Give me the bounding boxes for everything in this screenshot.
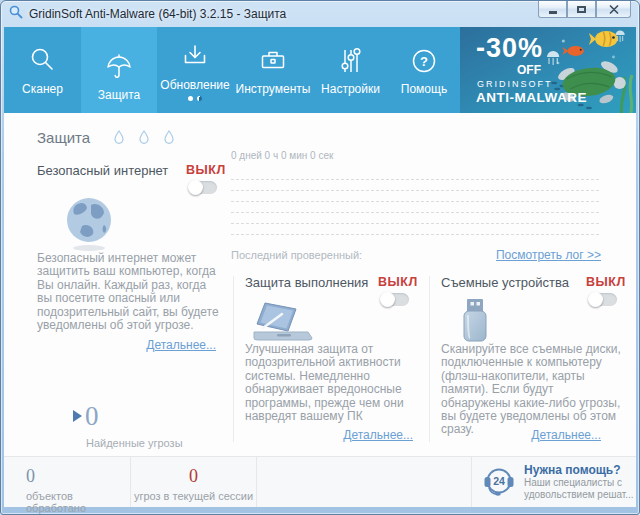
column-divider <box>429 276 430 442</box>
session-threats-count: 0 <box>131 466 256 487</box>
help-icon: ? <box>409 44 439 76</box>
safe-internet-title: Безопасный интернет <box>37 163 168 178</box>
safe-internet-description: Безопасный интернет может защитить ваш к… <box>37 252 224 332</box>
column-divider <box>233 276 234 442</box>
removable-devices-details-link[interactable]: Детальнее... <box>441 428 601 442</box>
log-placeholder-line <box>231 201 599 202</box>
umbrella-icon <box>104 50 134 82</box>
tab-scanner[interactable]: Сканер <box>4 27 81 113</box>
tab-protection[interactable]: Защита <box>81 27 157 113</box>
removable-devices-title: Съемные устройства <box>441 275 569 290</box>
update-carousel-dots <box>188 96 202 101</box>
close-button[interactable] <box>596 1 631 18</box>
scanner-icon <box>28 44 58 76</box>
content-area: Защита Безопасный интернет ВЫКЛ Безопасн… <box>4 113 636 456</box>
status-bar-spacer <box>257 457 472 507</box>
run-protection-toggle[interactable] <box>381 293 409 306</box>
run-protection-state: ВЫКЛ <box>378 275 418 289</box>
support-24-icon: 24 <box>482 465 516 499</box>
window-title: GridinSoft Anti-Malware (64-bit) 3.2.15 … <box>29 7 286 21</box>
toggle-knob <box>588 292 603 307</box>
removable-devices-toggle[interactable] <box>589 293 617 306</box>
tab-tools[interactable]: Инструменты <box>233 27 313 113</box>
app-window: GridinSoft Anti-Malware (64-bit) 3.2.15 … <box>0 0 640 515</box>
off-text: OFF <box>517 63 541 77</box>
sliders-icon <box>336 44 366 76</box>
threats-marker-icon <box>73 410 82 422</box>
status-bar: 0 объектов обработано 0 угроз в текущей … <box>4 456 636 507</box>
tab-settings[interactable]: Настройки <box>313 27 388 113</box>
run-protection-description: Улучшенная защита от подозрительной акти… <box>245 343 419 423</box>
tab-label: Помощь <box>401 82 447 96</box>
globe-icon <box>64 195 114 257</box>
maximize-icon <box>577 6 586 13</box>
download-icon <box>180 40 210 72</box>
view-log-link[interactable]: Посмотреть лог >> <box>424 248 601 262</box>
protection-level-droplets <box>114 130 174 144</box>
svg-text:?: ? <box>420 54 428 69</box>
tab-label: Инструменты <box>236 82 311 96</box>
droplet-icon <box>114 130 124 144</box>
minimize-button[interactable] <box>538 1 567 18</box>
droplet-icon <box>164 130 174 144</box>
uptime-counter: 0 дней 0 ч 0 мин 0 сек <box>231 150 333 161</box>
need-help-section[interactable]: 24 Нужна помощь? Наши специалисты с удов… <box>472 457 636 507</box>
droplet-icon <box>139 130 149 144</box>
toggle-knob <box>188 180 203 195</box>
run-protection-details-link[interactable]: Детальнее... <box>245 428 413 442</box>
safe-internet-details-link[interactable]: Детальнее... <box>37 338 216 352</box>
need-help-title: Нужна помощь? <box>524 463 634 477</box>
titlebar[interactable]: GridinSoft Anti-Malware (64-bit) 3.2.15 … <box>1 1 639 27</box>
need-help-line1: Наши специалисты с <box>524 477 634 489</box>
maximize-button[interactable] <box>567 1 596 18</box>
threats-found-count: 0 <box>85 401 99 432</box>
safe-internet-state: ВЫКЛ <box>186 163 226 177</box>
briefcase-icon <box>258 44 288 76</box>
svg-text:24: 24 <box>493 475 505 487</box>
promo-banner[interactable]: -30% OFF GRIDINSOFT ANTI-MALWARE <box>460 27 636 113</box>
tab-label: Обновление <box>160 78 229 92</box>
dot-icon <box>188 96 193 101</box>
removable-devices-description: Сканируйте все съемные диски, подключенн… <box>441 343 621 437</box>
session-threats-label: угроз в текущей сессии <box>131 490 256 502</box>
session-threats-section: 0 угроз в текущей сессии <box>131 457 257 507</box>
main-navigation: Сканер Защита Обновление Инструменты <box>4 27 636 113</box>
tab-label: Защита <box>98 88 141 102</box>
log-placeholder-line <box>231 212 599 213</box>
objects-processed-section: 0 объектов обработано <box>4 457 131 507</box>
page-title: Защита <box>37 129 90 146</box>
brand-name-bottom: ANTI-MALWARE <box>476 90 587 105</box>
threats-found-label: Найденные угрозы <box>86 437 183 449</box>
log-placeholder-line <box>231 223 599 224</box>
last-checked-label: Последний проверенный: <box>231 249 362 261</box>
minimize-icon <box>549 11 557 14</box>
toggle-knob <box>380 292 395 307</box>
brand-name-top: GRIDINSOFT <box>477 79 553 89</box>
log-placeholder-line <box>231 190 599 191</box>
run-protection-title: Защита выполнения <box>245 275 368 290</box>
usb-drive-icon <box>456 297 494 347</box>
removable-devices-state: ВЫКЛ <box>586 275 626 289</box>
log-placeholder-line <box>231 234 599 235</box>
laptop-icon <box>250 301 316 347</box>
objects-processed-count: 0 <box>26 466 130 487</box>
app-magnifier-icon <box>9 5 23 23</box>
need-help-line2: удовольствием решат... <box>524 489 634 501</box>
tab-update[interactable]: Обновление <box>157 27 233 113</box>
objects-processed-label: объектов обработано <box>26 490 130 514</box>
tab-label: Сканер <box>22 82 63 96</box>
log-placeholder-line <box>231 179 599 180</box>
tab-help[interactable]: ? Помощь <box>388 27 460 113</box>
close-icon <box>609 5 619 14</box>
safe-internet-toggle[interactable] <box>189 181 217 194</box>
discount-text: -30% <box>476 33 543 64</box>
dot-half-icon <box>197 96 202 101</box>
tab-label: Настройки <box>321 82 380 96</box>
